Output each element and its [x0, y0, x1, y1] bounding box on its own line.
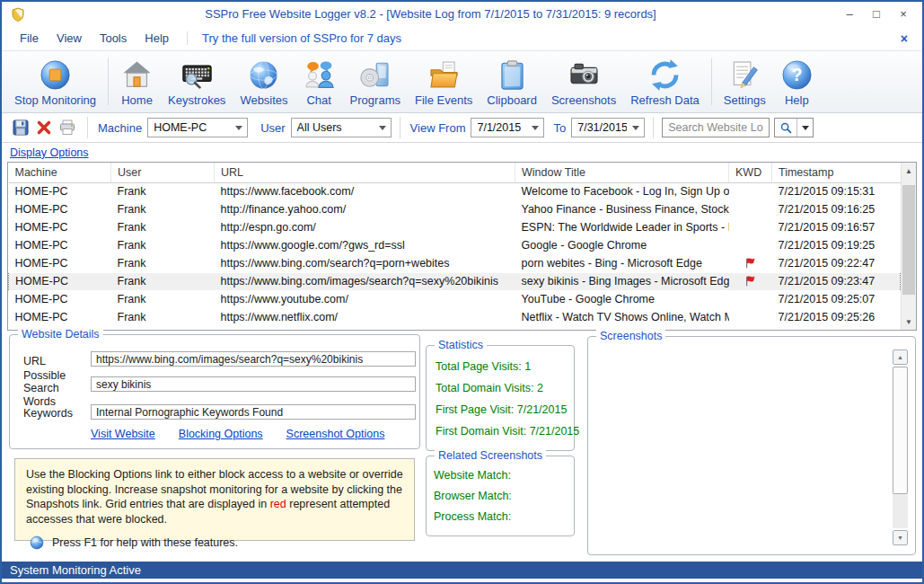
table-row[interactable]: HOME-PCFrankhttps://www.youtube.com/YouT…: [9, 290, 901, 308]
cell-url: http://espn.go.com/: [215, 218, 515, 236]
scrollbar-thumb[interactable]: [902, 185, 915, 295]
user-label: User: [260, 121, 285, 135]
maximize-button[interactable]: □: [863, 4, 890, 24]
screenshots-scrollbar[interactable]: ▲ ▼: [893, 350, 908, 545]
menu-tools[interactable]: Tools: [91, 31, 136, 45]
toolbar-button-programs[interactable]: Programs: [343, 51, 408, 112]
col-header-timestamp[interactable]: Timestamp: [772, 163, 901, 182]
toolbar-button-chat[interactable]: Chat: [295, 51, 343, 112]
col-header-url[interactable]: URL: [215, 163, 515, 182]
cell-window-title: sexy bikinis - Bing Images - Microsoft E…: [515, 272, 729, 290]
search-icon: [775, 119, 796, 137]
title-bar: SSPro Free Website Logger v8.2 - [Websit…: [2, 2, 922, 26]
cell-machine: HOME-PC: [9, 290, 111, 308]
cell-user: Frank: [111, 254, 215, 272]
window-title: SSPro Free Website Logger v8.2 - [Websit…: [25, 7, 836, 21]
trial-bar-close-icon[interactable]: ×: [895, 31, 913, 46]
table-row[interactable]: HOME-PCFrankhttps://www.facebook.com/Wel…: [9, 182, 901, 200]
user-select[interactable]: All Users: [291, 118, 392, 137]
toolbar-button-screenshots[interactable]: Screenshots: [544, 51, 623, 112]
stat-line: First Page Visit: 7/21/2015: [436, 403, 574, 416]
toolbar: Stop MonitoringHomeKeystrokesWebsitesCha…: [2, 51, 922, 113]
cell-machine: HOME-PC: [9, 182, 111, 200]
trial-version-link[interactable]: Try the full version of SSPro for 7 days: [187, 31, 401, 45]
search-input[interactable]: [662, 118, 770, 137]
scroll-down-icon[interactable]: ▼: [893, 530, 908, 545]
url-label: URL: [23, 355, 46, 367]
toolbar-button-file-events[interactable]: File Events: [408, 51, 480, 112]
cell-timestamp: 7/21/2015 09:25:26: [772, 308, 901, 326]
machine-select[interactable]: HOME-PC: [147, 118, 248, 137]
col-header-window-title[interactable]: Window Title: [515, 163, 729, 182]
filter-separator: [653, 117, 654, 138]
to-label: To: [553, 121, 566, 135]
cell-url: https://www.youtube.com/: [215, 290, 515, 308]
display-options-row: Display Options: [2, 143, 922, 162]
table-row[interactable]: HOME-PCFrankhttps://www.bing.com/search?…: [9, 254, 901, 272]
scroll-up-icon[interactable]: ▲: [893, 350, 908, 365]
table-row[interactable]: HOME-PCFrankhttp://espn.go.com/ESPN: The…: [9, 218, 901, 236]
programs-icon: [358, 58, 392, 92]
url-field[interactable]: [91, 351, 416, 367]
toolbar-button-keystrokes[interactable]: Keystrokes: [161, 51, 233, 112]
minimize-button[interactable]: –: [836, 4, 863, 24]
close-button[interactable]: ×: [890, 4, 917, 24]
col-header-user[interactable]: User: [111, 163, 215, 182]
date-from-select[interactable]: 7/1/2015: [471, 118, 544, 137]
cell-user: Frank: [111, 182, 215, 200]
table-row[interactable]: HOME-PCFrankhttp://finance.yahoo.com/Yah…: [9, 200, 901, 218]
cell-kwd: [729, 182, 772, 200]
note-red-word: red: [270, 498, 286, 510]
menu-view[interactable]: View: [48, 31, 91, 45]
date-to-select[interactable]: 7/31/2015: [571, 118, 645, 137]
cell-timestamp: 7/21/2015 09:15:31: [772, 182, 901, 200]
cell-window-title: Netflix - Watch TV Shows Online, Watch M…: [515, 308, 729, 326]
toolbar-button-label: Help: [785, 93, 809, 107]
save-button[interactable]: [9, 117, 32, 138]
machine-value: HOME-PC: [154, 121, 230, 134]
stat-line: Process Match:: [434, 510, 574, 523]
group-title: Related Screenshots: [435, 449, 546, 462]
toolbar-button-help[interactable]: Help: [773, 51, 821, 112]
blocking-info-note: Use the Blocking Options link to either …: [14, 458, 415, 541]
menu-file[interactable]: File: [11, 31, 48, 45]
table-row[interactable]: HOME-PCFrankhttps://www.bing.com/images/…: [9, 272, 901, 290]
cell-user: Frank: [111, 236, 215, 254]
toolbar-button-refresh-data[interactable]: Refresh Data: [623, 51, 707, 112]
clipboard-icon: [496, 58, 529, 92]
toolbar-button-home[interactable]: Home: [113, 51, 161, 112]
cell-machine: HOME-PC: [9, 308, 111, 326]
scrollbar-track[interactable]: [893, 367, 908, 528]
search-words-field[interactable]: [91, 376, 416, 392]
scrollbar-thumb[interactable]: [893, 367, 908, 494]
toolbar-button-websites[interactable]: Websites: [233, 51, 295, 112]
toolbar-button-clipboard[interactable]: Clipboard: [480, 51, 544, 112]
table-scrollbar[interactable]: ▲ ▼: [901, 163, 916, 330]
col-header-machine[interactable]: Machine: [9, 163, 111, 182]
toolbar-button-stop-monitoring[interactable]: Stop Monitoring: [7, 51, 103, 112]
col-header-kwd[interactable]: KWD: [729, 163, 772, 182]
screenshot-options-link[interactable]: Screenshot Options: [286, 428, 385, 440]
print-button[interactable]: [56, 117, 79, 138]
search-options-dropdown[interactable]: [796, 119, 813, 137]
user-value: All Users: [297, 121, 374, 134]
menu-help[interactable]: Help: [136, 31, 178, 45]
screenshots-icon: [568, 58, 601, 92]
website-details-group: Website Details URL Possible Search Word…: [9, 334, 420, 449]
delete-button[interactable]: [32, 117, 56, 138]
stat-line: Total Domain Visits: 2: [436, 382, 574, 394]
cell-url: https://www.bing.com/search?q=porn+webit…: [215, 254, 515, 272]
scroll-down-icon[interactable]: ▼: [902, 314, 916, 329]
search-button[interactable]: [774, 118, 814, 137]
keywords-field[interactable]: [91, 404, 416, 420]
chat-icon: [303, 58, 336, 92]
display-options-link[interactable]: Display Options: [10, 146, 89, 159]
visit-website-link[interactable]: Visit Website: [91, 428, 155, 440]
blocking-options-link[interactable]: Blocking Options: [179, 428, 263, 440]
cell-timestamp: 7/21/2015 09:16:25: [772, 200, 901, 218]
toolbar-button-label: Programs: [350, 93, 400, 107]
toolbar-button-settings[interactable]: Settings: [717, 51, 773, 112]
table-row[interactable]: HOME-PCFrankhttps://www.google.com/?gws_…: [9, 236, 901, 254]
scroll-up-icon[interactable]: ▲: [902, 164, 916, 178]
table-row[interactable]: HOME-PCFrankhttps://www.netflix.com/Netf…: [9, 308, 901, 326]
